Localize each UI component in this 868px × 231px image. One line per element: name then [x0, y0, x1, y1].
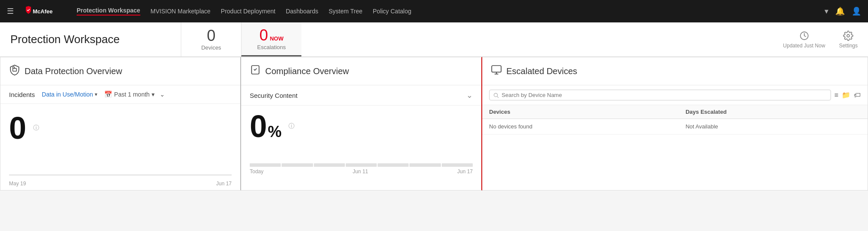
col-devices: Devices [482, 105, 679, 119]
header-stats: 0 Devices 0 NOW Escalations [181, 22, 301, 56]
comp-chart-area: 0 % ⓘ Today Jun 11 Jun 17 [241, 106, 481, 190]
nav-mvision-marketplace[interactable]: MVISION Marketplace [151, 8, 211, 15]
esc-panel-title: Escalated Devices [506, 66, 577, 76]
comp-date-start: Jun 11 [353, 169, 368, 175]
percent-sign: % [268, 124, 282, 140]
no-devices-message: No devices found [482, 119, 679, 134]
devices-label: Devices [201, 44, 221, 51]
header-right-actions: Updated Just Now Settings [773, 22, 868, 56]
security-content-chevron-icon: ⌄ [466, 91, 473, 100]
escalated-devices-table: Devices Days Escalated No devices found … [482, 105, 868, 134]
logo-svg: McAfee [24, 6, 63, 16]
comp-bar-4 [346, 163, 377, 167]
user-avatar-icon[interactable]: 👤 [852, 6, 861, 16]
notification-bell-icon[interactable]: 🔔 [835, 6, 845, 16]
comp-bar-5 [378, 163, 409, 167]
no-days-message: Not Available [679, 119, 868, 134]
data-protection-panel: Data Protection Overview Incidents Data … [0, 57, 241, 190]
nav-product-deployment[interactable]: Product Deployment [221, 8, 276, 15]
escalations-stat[interactable]: 0 NOW Escalations [241, 22, 301, 56]
filter-chevron-icon: ▾ [95, 91, 97, 97]
dp-icon-svg [9, 64, 20, 75]
calendar-icon: 📅 [104, 91, 112, 98]
updated-label: Updated Just Now [783, 43, 825, 49]
info-icon[interactable]: ⓘ [33, 124, 39, 132]
comp-chart-dates: Today Jun 11 Jun 17 [250, 167, 473, 178]
comp-bar-1 [250, 163, 281, 167]
date-filter[interactable]: 📅 Past 1 month ▾ [104, 91, 155, 98]
comp-panel-header: Compliance Overview [241, 57, 481, 85]
comp-bar-2 [282, 163, 313, 167]
tag-icon[interactable]: 🏷 [854, 91, 861, 99]
svg-text:McAfee: McAfee [33, 8, 53, 15]
comp-icon-svg [250, 64, 261, 75]
svg-rect-5 [492, 66, 501, 72]
settings-icon [843, 31, 853, 41]
mcafee-logo: McAfee [24, 6, 63, 16]
filter-dropdown[interactable]: Data in Use/Motion ▾ [42, 91, 97, 98]
search-input[interactable] [502, 92, 827, 98]
esc-icon-svg [491, 64, 502, 75]
svg-line-9 [497, 96, 499, 97]
esc-table-header: Devices Days Escalated [482, 105, 868, 119]
filter-value: Data in Use/Motion [42, 91, 93, 98]
comp-bar-3 [314, 163, 345, 167]
dp-date-end: Jun 17 [216, 181, 232, 187]
settings-action[interactable]: Settings [839, 31, 858, 49]
esc-search-box[interactable] [489, 90, 831, 100]
comp-bar-chart [250, 145, 473, 167]
esc-panel-header: Escalated Devices [482, 57, 868, 85]
search-icon [493, 92, 499, 98]
comp-bar-6 [409, 163, 440, 167]
escalations-number-row: 0 NOW [260, 28, 284, 43]
dp-chart-dates: May 19 Jun 17 [9, 179, 232, 190]
nav-protection-workspace[interactable]: Protection Workspace [77, 7, 140, 16]
nav-dashboards[interactable]: Dashboards [286, 8, 319, 15]
svg-point-2 [847, 34, 849, 37]
top-navigation: ☰ McAfee Protection Workspace MVISION Ma… [0, 0, 868, 22]
dp-chart [9, 147, 232, 179]
main-content: Data Protection Overview Incidents Data … [0, 57, 868, 190]
header-title-area: Protection Workspace [0, 22, 181, 56]
devices-stat[interactable]: 0 Devices [181, 22, 241, 56]
date-filter-value: Past 1 month [114, 91, 150, 98]
monitor-icon [491, 64, 502, 78]
compliance-percent-value: 0 [250, 111, 267, 142]
comp-date-end: Jun 17 [457, 169, 473, 175]
compliance-icon [250, 64, 261, 78]
updated-action[interactable]: Updated Just Now [783, 31, 825, 49]
shield-icon [9, 64, 20, 78]
svg-rect-3 [13, 69, 17, 72]
col-days: Days Escalated [679, 105, 868, 119]
dp-chart-area: 0 ⓘ May 19 Jun 17 [0, 104, 240, 190]
header-row: Protection Workspace 0 Devices 0 NOW Esc… [0, 22, 868, 57]
table-row: No devices found Not Available [482, 119, 868, 134]
nav-dropdown-icon[interactable]: ▾ [825, 6, 828, 16]
incident-count: 0 [9, 112, 26, 144]
compliance-panel: Compliance Overview Security Content ⌄ 0… [241, 57, 482, 190]
escalated-devices-panel: Escalated Devices ≡ 📁 🏷 Devices Days Esc… [482, 57, 868, 190]
nav-policy-catalog[interactable]: Policy Catalog [373, 8, 412, 15]
esc-table-body: No devices found Not Available [482, 119, 868, 134]
dp-panel-title: Data Protection Overview [25, 66, 122, 76]
expand-icon[interactable]: ⌄ [160, 91, 165, 98]
incidents-label: Incidents [9, 91, 35, 98]
dp-date-start: May 19 [9, 181, 26, 187]
compliance-percent: 0 % [250, 111, 282, 142]
comp-info-icon[interactable]: ⓘ [288, 122, 294, 130]
nav-right-icons: ▾ 🔔 👤 [825, 6, 861, 16]
folder-icon[interactable]: 📁 [842, 91, 850, 99]
comp-today-label: Today [250, 169, 264, 175]
date-chevron-icon: ▾ [152, 91, 155, 98]
esc-header-row: Devices Days Escalated [482, 105, 868, 119]
settings-label: Settings [839, 43, 858, 49]
escalations-count: 0 [260, 28, 268, 43]
dp-line-chart [9, 151, 232, 177]
hamburger-menu[interactable]: ☰ [7, 6, 14, 16]
security-content-section[interactable]: Security Content ⌄ [241, 85, 481, 106]
esc-search-row: ≡ 📁 🏷 [482, 85, 868, 105]
dp-panel-header: Data Protection Overview [0, 57, 240, 85]
nav-system-tree[interactable]: System Tree [329, 8, 363, 15]
list-view-icon[interactable]: ≡ [834, 91, 838, 99]
devices-count: 0 [207, 28, 215, 44]
